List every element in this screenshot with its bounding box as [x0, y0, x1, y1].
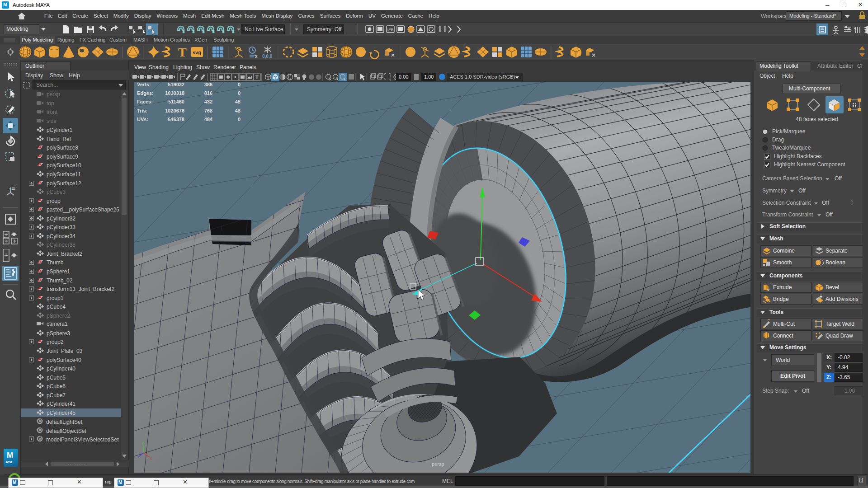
svg-text:432: 432: [204, 99, 212, 104]
svg-text:Faces:: Faces:: [137, 99, 153, 104]
svg-text:0: 0: [238, 90, 241, 96]
svg-text:816: 816: [204, 90, 212, 96]
svg-text:386: 386: [204, 82, 212, 87]
svg-text:519032: 519032: [168, 82, 184, 87]
svg-text:Edges:: Edges:: [137, 90, 154, 96]
svg-text:persp: persp: [432, 461, 444, 467]
svg-text:x: x: [255, 54, 258, 59]
svg-text:48: 48: [235, 108, 241, 113]
svg-text:UVs:: UVs:: [137, 117, 148, 122]
svg-text:T: T: [255, 75, 259, 80]
svg-text:511460: 511460: [168, 99, 184, 104]
svg-text:T: T: [178, 45, 187, 59]
svg-text:y: y: [142, 441, 144, 445]
svg-text:IPR: IPR: [387, 28, 394, 32]
svg-text:646378: 646378: [168, 117, 184, 122]
svg-text:x: x: [150, 456, 152, 460]
svg-text:0: 0: [238, 82, 241, 87]
svg-text:768: 768: [204, 108, 212, 113]
svg-text:Tris:: Tris:: [137, 108, 147, 113]
svg-text:48: 48: [235, 99, 241, 104]
svg-text:0,0,0: 0,0,0: [262, 54, 273, 59]
svg-text:Verts:: Verts:: [137, 82, 151, 87]
svg-text:484: 484: [204, 117, 213, 122]
svg-text:0: 0: [238, 117, 241, 122]
svg-text:1020676: 1020676: [165, 108, 184, 113]
svg-text:svg: svg: [193, 50, 201, 55]
svg-text:1030318: 1030318: [165, 90, 184, 96]
svg-text:z: z: [135, 456, 137, 460]
